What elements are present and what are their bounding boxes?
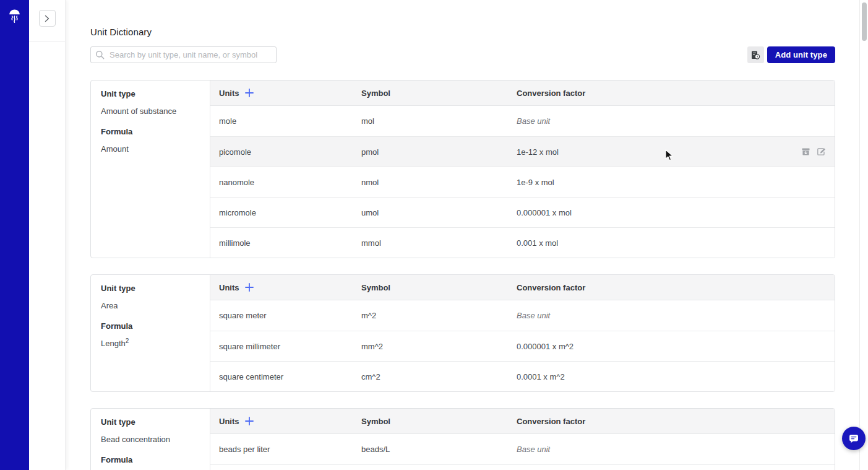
table-header-row: Units Symbol Conversion factor [210, 409, 835, 434]
conversion-cell: 0.000001 x m^2 [517, 342, 835, 351]
conversion-cell: Base unit [517, 311, 835, 320]
table-rows: beads per liter beads/L Base unit [210, 434, 835, 470]
unit-row: square millimeter mm^2 0.000001 x m^2 [210, 331, 835, 361]
unit-symbol-cell: umol [361, 208, 517, 217]
unit-symbol-cell: nmol [361, 178, 517, 187]
unit-symbol-cell: mol [361, 116, 517, 126]
unit-type-card: Unit type Bead concentration Formula mL-… [90, 408, 835, 470]
unit-type-label: Unit type [101, 417, 200, 427]
unit-row: mole mol Base unit [210, 106, 835, 136]
unit-symbol-cell: mmol [361, 238, 517, 248]
collapsed-sidebar [29, 0, 66, 470]
add-unit-type-button[interactable]: Add unit type [767, 46, 835, 63]
sidebar-header [29, 0, 65, 42]
unit-type-panel: Unit type Amount of substance Formula Am… [91, 81, 210, 258]
unit-name-cell: picomole [210, 147, 361, 157]
unit-symbol-cell: beads/L [361, 445, 517, 454]
unit-name-cell: micromole [210, 208, 361, 217]
search-input[interactable] [90, 46, 277, 63]
conversion-cell: Base unit [517, 445, 835, 454]
unit-symbol-cell: pmol [361, 147, 517, 157]
units-column-header: Units [219, 89, 239, 98]
unit-row: nanomole nmol 1e-9 x mol [210, 167, 835, 197]
unit-row: square centimeter cm^2 0.0001 x m^2 [210, 361, 835, 391]
formula-base: Length [101, 339, 126, 348]
unit-symbol-cell: m^2 [361, 311, 517, 320]
history-button[interactable] [747, 46, 764, 63]
units-table: Units Symbol Conversion factor beads per… [210, 409, 835, 470]
conversion-column-header: Conversion factor [517, 417, 835, 426]
formula-base: Amount [101, 144, 129, 154]
archive-icon[interactable] [801, 147, 810, 156]
conversion-cell: 0.0001 x m^2 [517, 372, 835, 381]
unit-name-cell: square millimeter [210, 342, 361, 351]
unit-type-panel: Unit type Area Formula Length2 [91, 275, 210, 391]
conversion-cell: 0.001 x mol [517, 238, 835, 248]
table-header-row: Units Symbol Conversion factor [210, 275, 835, 300]
unit-type-value: Amount of substance [101, 107, 200, 116]
page-title: Unit Dictionary [90, 27, 835, 37]
search-box [90, 46, 277, 63]
formula-value: Length2 [101, 337, 200, 348]
unit-row: square meter m^2 Base unit [210, 300, 835, 331]
unit-type-card: Unit type Amount of substance Formula Am… [90, 80, 835, 258]
units-table: Units Symbol Conversion factor mole mol … [210, 81, 835, 258]
toolbar: Add unit type [90, 46, 835, 63]
unit-row [210, 464, 835, 470]
unit-name-cell: mole [210, 116, 361, 126]
symbol-column-header: Symbol [361, 283, 517, 292]
formula-label: Formula [101, 455, 200, 464]
add-unit-plus-icon[interactable] [245, 417, 254, 425]
conversion-column-header: Conversion factor [517, 283, 835, 292]
units-column-header: Units [219, 417, 239, 426]
row-actions [801, 137, 826, 167]
unit-name-cell: millimole [210, 238, 361, 248]
symbol-column-header: Symbol [361, 417, 517, 426]
scrollbar-thumb[interactable] [862, 2, 867, 41]
table-rows: square meter m^2 Base unit square millim… [210, 300, 835, 391]
jellyfish-logo-icon[interactable] [8, 8, 21, 24]
units-table: Units Symbol Conversion factor square me… [210, 275, 835, 391]
unit-type-label: Unit type [101, 284, 200, 293]
chat-launcher-button[interactable] [842, 427, 866, 450]
clipboard-clock-icon [750, 50, 760, 60]
unit-type-card: Unit type Area Formula Length2 Units Sym… [90, 274, 835, 392]
unit-type-label: Unit type [101, 89, 200, 98]
formula-label: Formula [101, 321, 200, 331]
conversion-cell: 0.000001 x mol [517, 208, 835, 217]
toolbar-actions: Add unit type [747, 46, 835, 63]
conversion-cell: 1e-12 x mol [517, 147, 835, 157]
cards: Unit type Amount of substance Formula Am… [90, 80, 835, 470]
unit-symbol-cell: cm^2 [361, 372, 517, 381]
formula-label: Formula [101, 127, 200, 136]
unit-type-value: Area [101, 301, 200, 310]
symbol-column-header: Symbol [361, 89, 517, 98]
formula-value: Amount [101, 143, 200, 154]
app-nav-rail [0, 0, 29, 470]
units-column-header: Units [219, 283, 239, 292]
expand-sidebar-button[interactable] [39, 10, 56, 27]
unit-name-cell: square meter [210, 311, 361, 320]
unit-name-cell: beads per liter [210, 445, 361, 454]
add-unit-plus-icon[interactable] [245, 283, 254, 292]
edit-icon[interactable] [817, 147, 826, 156]
unit-row: beads per liter beads/L Base unit [210, 434, 835, 464]
table-rows: mole mol Base unit picomole pmol 1e-12 x… [210, 106, 835, 258]
chevron-right-icon [44, 15, 50, 22]
conversion-cell: Base unit [517, 116, 835, 126]
formula-sup: 2 [126, 337, 129, 344]
table-header-row: Units Symbol Conversion factor [210, 81, 835, 106]
unit-name-cell: square centimeter [210, 372, 361, 381]
add-unit-plus-icon[interactable] [245, 89, 254, 97]
unit-symbol-cell: mm^2 [361, 342, 517, 351]
unit-name-cell: nanomole [210, 178, 361, 187]
search-icon [95, 50, 105, 59]
conversion-column-header: Conversion factor [517, 89, 835, 98]
unit-type-panel: Unit type Bead concentration Formula mL-… [91, 409, 210, 470]
scrollbar-track[interactable] [859, 0, 868, 470]
unit-type-value: Bead concentration [101, 435, 200, 444]
unit-row: millimole mmol 0.001 x mol [210, 227, 835, 258]
unit-row: picomole pmol 1e-12 x mol [210, 136, 835, 167]
main-content: Unit Dictionary [66, 0, 859, 470]
chat-bubble-icon [848, 433, 859, 444]
